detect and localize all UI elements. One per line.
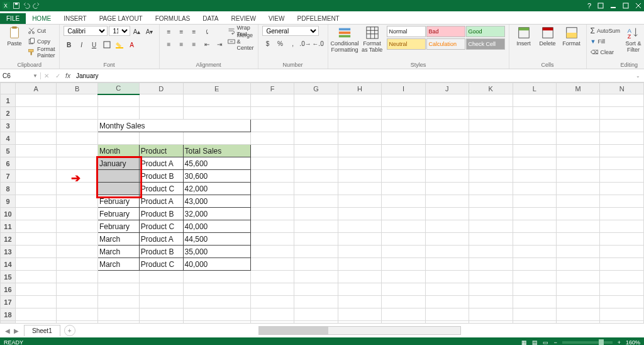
column-header[interactable]: K xyxy=(469,83,513,94)
align-top-icon[interactable]: ≡ xyxy=(164,26,175,37)
row-header[interactable]: 3 xyxy=(1,120,16,132)
maximize-icon[interactable] xyxy=(623,3,629,9)
cell[interactable] xyxy=(600,258,644,271)
cell[interactable] xyxy=(57,145,97,157)
cell[interactable] xyxy=(294,246,338,258)
cell[interactable] xyxy=(250,233,294,246)
cell[interactable] xyxy=(469,170,513,183)
cell[interactable] xyxy=(338,220,381,233)
cell[interactable] xyxy=(294,132,338,145)
cell[interactable] xyxy=(425,321,469,324)
cell[interactable] xyxy=(250,157,294,170)
cell[interactable] xyxy=(425,246,469,258)
cell[interactable] xyxy=(425,258,469,271)
cell[interactable] xyxy=(556,183,599,195)
cell[interactable] xyxy=(469,271,513,283)
cell[interactable] xyxy=(600,170,644,183)
save-icon[interactable] xyxy=(13,2,20,9)
clear-button[interactable]: ⌫Clear xyxy=(591,47,620,57)
cell[interactable] xyxy=(425,296,469,308)
cell[interactable] xyxy=(15,107,56,120)
cell[interactable] xyxy=(338,107,381,120)
cell[interactable]: February xyxy=(97,220,139,233)
cell[interactable]: February xyxy=(97,208,139,220)
cell[interactable] xyxy=(556,132,599,145)
cell[interactable] xyxy=(57,246,97,258)
underline-button[interactable]: U xyxy=(89,39,100,50)
column-header[interactable]: J xyxy=(425,83,469,94)
column-header[interactable]: M xyxy=(556,83,599,94)
cell[interactable] xyxy=(425,120,469,132)
cell[interactable] xyxy=(556,208,599,220)
cell[interactable] xyxy=(600,283,644,296)
cell[interactable] xyxy=(250,283,294,296)
cell[interactable] xyxy=(15,195,56,208)
cell[interactable] xyxy=(469,246,513,258)
cell[interactable] xyxy=(469,94,513,107)
cell[interactable] xyxy=(425,208,469,220)
cell[interactable] xyxy=(469,283,513,296)
cell[interactable] xyxy=(600,208,644,220)
cell[interactable] xyxy=(556,283,599,296)
cell[interactable] xyxy=(513,195,556,208)
cell[interactable] xyxy=(513,94,556,107)
sheet-tab[interactable]: Sheet1 xyxy=(24,325,60,336)
cell[interactable] xyxy=(513,107,556,120)
cell[interactable] xyxy=(469,145,513,157)
cell[interactable] xyxy=(250,94,294,107)
cell[interactable] xyxy=(250,145,294,157)
cell[interactable] xyxy=(15,233,56,246)
cell[interactable] xyxy=(382,132,425,145)
cell[interactable] xyxy=(250,120,294,132)
cell[interactable] xyxy=(513,308,556,321)
cell[interactable] xyxy=(425,157,469,170)
cell[interactable] xyxy=(382,107,425,120)
fx-icon[interactable]: fx xyxy=(64,72,72,79)
cell[interactable] xyxy=(57,271,97,283)
row-header[interactable]: 9 xyxy=(1,195,16,208)
cell[interactable] xyxy=(469,183,513,195)
cell[interactable] xyxy=(513,246,556,258)
cell[interactable] xyxy=(600,107,644,120)
row-header[interactable]: 17 xyxy=(1,296,16,308)
cell[interactable] xyxy=(600,321,644,324)
style-good[interactable]: Good xyxy=(466,26,505,37)
cell[interactable] xyxy=(600,145,644,157)
cell[interactable] xyxy=(556,233,599,246)
column-header[interactable]: A xyxy=(15,83,56,94)
cell[interactable] xyxy=(469,258,513,271)
fill-color-button[interactable] xyxy=(114,39,125,50)
cell[interactable] xyxy=(600,94,644,107)
tab-formulas[interactable]: FORMULAS xyxy=(149,13,197,24)
font-color-button[interactable]: A xyxy=(126,39,138,50)
tab-pdfelement[interactable]: PDFelement xyxy=(291,13,345,24)
column-header[interactable]: H xyxy=(338,83,381,94)
cell[interactable] xyxy=(382,220,425,233)
decrease-font-icon[interactable]: A▾ xyxy=(144,26,155,37)
cell[interactable] xyxy=(97,296,139,308)
cell[interactable] xyxy=(600,132,644,145)
sheet-nav-prev-icon[interactable]: ◀ xyxy=(5,327,10,334)
cell[interactable] xyxy=(139,107,183,120)
cell[interactable] xyxy=(183,271,250,283)
cell[interactable] xyxy=(469,195,513,208)
format-cells-button[interactable]: Format xyxy=(561,26,582,47)
style-neutral[interactable]: Neutral xyxy=(387,38,426,50)
copy-button[interactable]: Copy xyxy=(28,37,55,46)
cell[interactable] xyxy=(57,107,97,120)
align-left-icon[interactable]: ≡ xyxy=(164,38,175,50)
tab-home[interactable]: HOME xyxy=(26,13,57,24)
cell[interactable] xyxy=(294,120,338,132)
cell[interactable] xyxy=(15,132,56,145)
cell[interactable] xyxy=(294,183,338,195)
font-size-select[interactable]: 11 xyxy=(109,26,130,36)
cell[interactable] xyxy=(139,271,183,283)
cell[interactable] xyxy=(600,271,644,283)
cell[interactable] xyxy=(57,308,97,321)
cell[interactable] xyxy=(250,258,294,271)
cell[interactable] xyxy=(338,233,381,246)
cell[interactable] xyxy=(513,296,556,308)
cell[interactable] xyxy=(294,233,338,246)
format-as-table-button[interactable]: Format as Table xyxy=(360,26,384,53)
cell[interactable]: February xyxy=(97,195,139,208)
